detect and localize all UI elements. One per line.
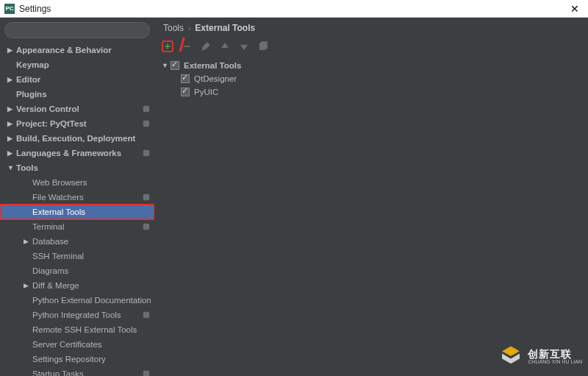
dialog-body: ▶Appearance & BehaviorKeymap▶EditorPlugi… <box>0 18 588 376</box>
sidebar-item-label: Server Certificates <box>32 340 102 349</box>
sidebar-item[interactable]: ▶Project: PyQtTest <box>0 116 154 131</box>
main-panel: Tools › External Tools <box>154 18 588 376</box>
window-title: Settings <box>19 4 51 14</box>
sidebar-item[interactable]: Keymap <box>0 57 154 72</box>
chevron-right-icon: ▶ <box>24 238 31 245</box>
tree-item-label: PyUIC <box>194 88 218 96</box>
project-badge-icon <box>143 105 150 113</box>
tools-toolbar <box>154 38 588 54</box>
sidebar-item[interactable]: ▶Languages & Frameworks <box>0 146 154 160</box>
sidebar-item[interactable]: ▶Database <box>0 234 154 249</box>
search-wrap <box>0 18 154 43</box>
sidebar-item[interactable]: ▶Version Control <box>0 102 154 116</box>
chevron-down-icon: ▼ <box>162 62 169 69</box>
chevron-right-icon: ▶ <box>7 149 15 157</box>
chevron-right-icon: ▶ <box>24 282 31 289</box>
sidebar-item-label: Diagrams <box>32 266 68 275</box>
sidebar-item-label: Diff & Merge <box>32 281 79 290</box>
sidebar-item[interactable]: Web Browsers <box>0 175 154 190</box>
app-icon: PC <box>4 4 15 14</box>
sidebar-item[interactable]: Server Certificates <box>0 337 154 352</box>
checkbox-icon[interactable] <box>181 88 190 96</box>
sidebar-item-label: Languages & Frameworks <box>16 149 121 157</box>
sidebar-item-label: Python Integrated Tools <box>32 311 121 319</box>
sidebar-item-label: Startup Tasks <box>32 369 83 376</box>
sidebar-item-label: Plugins <box>16 90 47 99</box>
tree-item-row[interactable]: QtDesigner <box>162 72 588 85</box>
sidebar-item[interactable]: ▼Tools <box>0 160 154 175</box>
sidebar-item[interactable]: ▶Appearance & Behavior <box>0 43 154 57</box>
svg-rect-2 <box>143 106 149 112</box>
sidebar-item-label: External Tools <box>32 207 85 216</box>
sidebar-item-label: Project: PyQtTest <box>16 119 87 128</box>
project-badge-icon <box>143 194 150 201</box>
project-badge-icon <box>143 120 150 127</box>
project-badge-icon <box>143 370 150 376</box>
sidebar-item-label: Terminal <box>32 222 64 231</box>
breadcrumb: Tools › External Tools <box>154 18 588 38</box>
sidebar-item-label: Version Control <box>16 104 79 113</box>
sidebar-item[interactable]: File Watchers <box>0 190 154 205</box>
close-icon[interactable]: ✕ <box>566 3 584 15</box>
sidebar-item[interactable]: Settings Repository <box>0 352 154 366</box>
sidebar-tree: ▶Appearance & BehaviorKeymap▶EditorPlugi… <box>0 43 154 376</box>
tree-item-label: QtDesigner <box>194 74 237 83</box>
sidebar-item[interactable]: Remote SSH External Tools <box>0 322 154 337</box>
titlebar: PC Settings ✕ <box>0 0 588 18</box>
sidebar-item[interactable]: SSH Terminal <box>0 249 154 263</box>
sidebar-item-label: Keymap <box>16 60 49 69</box>
project-badge-icon <box>143 223 150 230</box>
chevron-right-icon: ▶ <box>7 120 15 127</box>
checkbox-icon[interactable] <box>181 74 190 83</box>
sidebar-item-label: Database <box>32 237 68 246</box>
settings-sidebar: ▶Appearance & BehaviorKeymap▶EditorPlugi… <box>0 18 154 376</box>
sidebar-item-label: Editor <box>16 75 40 84</box>
sidebar-item[interactable]: Startup Tasks <box>0 366 154 376</box>
checkbox-icon[interactable] <box>171 61 179 70</box>
move-up-button[interactable] <box>219 40 231 52</box>
svg-rect-13 <box>262 42 267 49</box>
chevron-right-icon: ▶ <box>7 135 15 142</box>
sidebar-item[interactable]: ▶Editor <box>0 72 154 87</box>
sidebar-item-label: File Watchers <box>32 193 84 202</box>
chevron-down-icon: ▼ <box>7 164 15 171</box>
move-down-button[interactable] <box>238 40 250 52</box>
project-badge-icon <box>143 149 150 157</box>
tree-group-label: External Tools <box>184 61 241 70</box>
sidebar-item[interactable]: External Tools <box>0 205 154 219</box>
sidebar-item-label: Settings Repository <box>32 355 106 363</box>
breadcrumb-root: Tools <box>163 23 184 33</box>
sidebar-item[interactable]: ▶Diff & Merge <box>0 278 154 293</box>
sidebar-item[interactable]: Diagrams <box>0 263 154 278</box>
sidebar-item[interactable]: Plugins <box>0 87 154 102</box>
copy-button[interactable] <box>257 40 269 52</box>
sidebar-item[interactable]: Python Integrated Tools <box>0 308 154 322</box>
edit-button[interactable] <box>200 40 212 52</box>
sidebar-item-label: Tools <box>16 163 38 172</box>
svg-rect-4 <box>143 150 149 156</box>
sidebar-item-label: Build, Execution, Deployment <box>16 134 135 143</box>
tree-group-row[interactable]: ▼ External Tools <box>162 59 588 72</box>
watermark-logo-icon <box>498 344 523 369</box>
sidebar-item[interactable]: Terminal <box>0 219 154 234</box>
svg-rect-7 <box>143 312 149 318</box>
project-badge-icon <box>143 311 150 319</box>
watermark: 创新互联 CHUANG XIN HU LIAN <box>498 344 582 369</box>
svg-rect-8 <box>143 371 149 376</box>
svg-rect-5 <box>143 194 149 200</box>
chevron-right-icon: ▶ <box>7 46 15 54</box>
svg-rect-6 <box>143 224 149 230</box>
tree-item-row[interactable]: PyUIC <box>162 85 588 99</box>
chevron-right-icon: ▶ <box>7 76 15 83</box>
chevron-right-icon: › <box>188 24 190 32</box>
chevron-right-icon: ▶ <box>7 105 15 113</box>
sidebar-item[interactable]: Python External Documentation <box>0 293 154 308</box>
sidebar-item-label: Appearance & Behavior <box>16 46 112 54</box>
sidebar-item[interactable]: ▶Build, Execution, Deployment <box>0 131 154 146</box>
external-tools-tree: ▼ External Tools QtDesigner PyUIC <box>154 54 588 99</box>
add-button[interactable] <box>162 40 173 52</box>
sidebar-item-label: SSH Terminal <box>32 252 84 260</box>
search-input[interactable] <box>4 22 150 38</box>
breadcrumb-current: External Tools <box>195 23 255 33</box>
sidebar-item-label: Web Browsers <box>32 178 87 187</box>
